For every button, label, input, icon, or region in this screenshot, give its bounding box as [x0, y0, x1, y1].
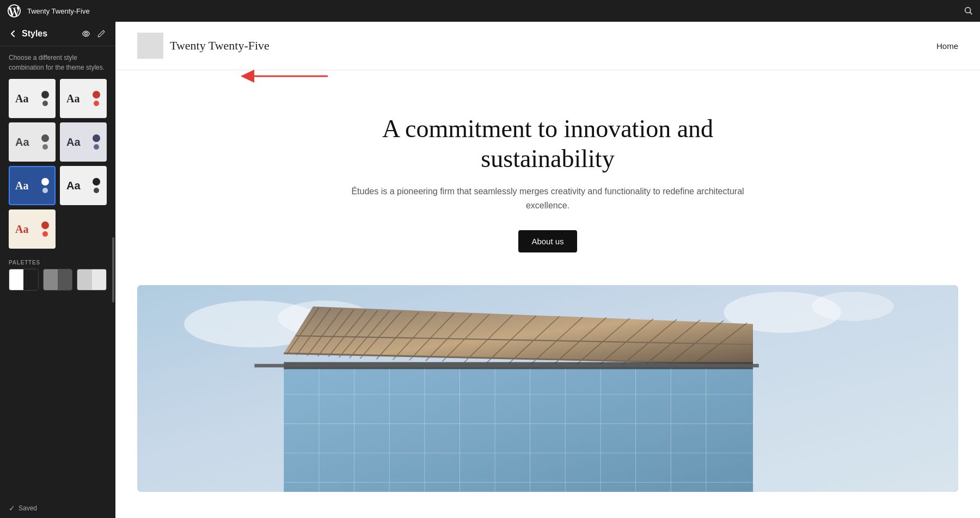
palette-2[interactable] — [43, 269, 73, 291]
style-card-7-dots — [41, 221, 49, 237]
style-card-6-text: Aa — [66, 180, 81, 192]
style-card-2-dots — [93, 91, 100, 106]
style-card-4-text: Aa — [66, 136, 81, 149]
palette-1[interactable] — [9, 269, 39, 291]
svg-marker-4 — [241, 70, 254, 83]
style-card-4[interactable]: Aa — [60, 122, 107, 162]
style-card-7-text: Aa — [15, 223, 28, 236]
back-button[interactable] — [9, 29, 17, 38]
site-header: Twenty Twenty-Five Home — [115, 22, 980, 70]
search-button[interactable] — [964, 6, 973, 16]
svg-rect-55 — [254, 363, 758, 367]
edit-icon-button[interactable] — [96, 28, 107, 39]
top-bar: Twenty Twenty-Five — [0, 0, 980, 22]
style-card-1-text: Aa — [15, 92, 28, 105]
svg-point-0 — [965, 8, 971, 13]
nav-home[interactable]: Home — [936, 41, 958, 51]
style-card-3[interactable]: Aa — [9, 122, 56, 162]
style-card-5-dots — [41, 178, 49, 193]
style-card-6-dots — [93, 178, 100, 193]
style-card-6[interactable]: Aa — [60, 166, 107, 205]
svg-point-2 — [85, 33, 88, 35]
pencil-icon — [97, 29, 106, 38]
hero-subtitle: Études is a pioneering firm that seamles… — [335, 184, 760, 212]
style-card-3-dots — [41, 134, 49, 150]
style-card-1-dots — [41, 91, 49, 106]
preview-icon-button[interactable] — [81, 28, 91, 39]
style-card-5-text: Aa — [15, 180, 28, 192]
top-bar-title: Twenty Twenty-Five — [27, 7, 958, 15]
palettes-label: PALETTES — [0, 255, 115, 269]
site-logo — [137, 33, 163, 59]
style-card-3-text: Aa — [15, 136, 29, 149]
style-card-4-dots — [93, 134, 100, 150]
sidebar-description: Choose a different style combination for… — [0, 46, 115, 79]
sidebar-scrollbar — [112, 237, 114, 303]
wordpress-icon — [8, 4, 21, 17]
back-icon — [9, 29, 17, 38]
svg-point-9 — [812, 292, 894, 321]
wp-logo[interactable] — [7, 3, 22, 18]
hero-title: A commitment to innovation and sustainab… — [335, 114, 760, 174]
sidebar-footer: ✓ Saved — [0, 498, 115, 518]
saved-check-icon: ✓ — [9, 504, 15, 513]
architecture-image — [137, 285, 958, 492]
style-card-2-text: Aa — [66, 92, 79, 105]
hero-section: A commitment to innovation and sustainab… — [314, 70, 782, 285]
styles-title: Styles — [22, 29, 76, 39]
sidebar-header: Styles — [0, 22, 115, 46]
sidebar: Styles Choose a different style combinat… — [0, 22, 115, 518]
style-grid: Aa Aa — [0, 79, 115, 255]
palette-3[interactable] — [77, 269, 107, 291]
style-card-1[interactable]: Aa — [9, 79, 56, 118]
preview-area: Twenty Twenty-Five Home A commitment to … — [115, 22, 980, 518]
site-nav: Home — [936, 41, 958, 51]
style-card-5[interactable]: Aa — [9, 166, 56, 205]
palettes-row — [0, 269, 115, 297]
eye-icon — [82, 29, 90, 38]
style-card-2[interactable]: Aa — [60, 79, 107, 118]
site-name: Twenty Twenty-Five — [170, 39, 936, 53]
main-layout: Styles Choose a different style combinat… — [0, 22, 980, 518]
saved-label: Saved — [19, 504, 37, 512]
search-icon — [964, 6, 973, 16]
about-us-button[interactable]: About us — [518, 230, 577, 252]
style-card-7[interactable]: Aa — [9, 209, 56, 249]
svg-line-1 — [970, 12, 972, 14]
sidebar-scroll[interactable]: Choose a different style combination for… — [0, 46, 115, 498]
architecture-svg — [137, 285, 958, 492]
